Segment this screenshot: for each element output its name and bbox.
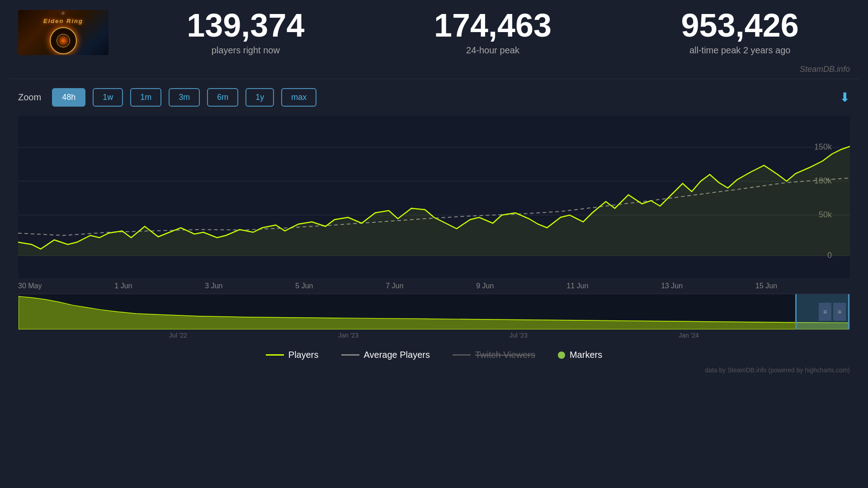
x-label-4: 7 Jun [386, 282, 403, 290]
legend-players-label: Players [288, 350, 319, 360]
zoom-btn-48h[interactable]: 48h [52, 88, 85, 107]
zoom-label: Zoom [18, 92, 41, 103]
main-chart-area: 150k 100k 50k 0 [18, 116, 850, 278]
legend-markers-dot [558, 352, 565, 359]
mini-x-label-3: Jul '23 [509, 332, 528, 339]
mini-nav-left[interactable]: ≡ [819, 303, 831, 321]
x-label-1: 1 Jun [114, 282, 132, 290]
x-axis-labels: 30 May 1 Jun 3 Jun 5 Jun 7 Jun 9 Jun 11 … [0, 278, 868, 294]
mini-chart-area: ≡ ≡ [18, 294, 850, 330]
x-label-7: 13 Jun [661, 282, 683, 290]
stat-current-players: 139,374 players right now [136, 9, 356, 56]
x-label-3: 5 Jun [295, 282, 313, 290]
legend-average-label: Average Players [364, 350, 430, 360]
zoom-btn-6m[interactable]: 6m [207, 88, 238, 107]
legend-twitch-line [453, 354, 471, 356]
svg-rect-14 [848, 294, 849, 329]
game-cover-image: ⊕ Elden Ring [18, 10, 108, 55]
legend-markers-label: Markers [570, 350, 602, 360]
data-credit: data by SteamDB.info (powered by highcha… [0, 365, 868, 375]
alltime-peak-number: 953,426 [630, 9, 850, 42]
x-label-6: 11 Jun [566, 282, 588, 290]
legend-average-players: Average Players [341, 350, 430, 360]
stat-24h-peak: 174,463 24-hour peak [383, 9, 603, 56]
x-label-8: 15 Jun [755, 282, 777, 290]
mini-nav-right[interactable]: ≡ [833, 303, 846, 321]
x-label-2: 3 Jun [205, 282, 222, 290]
legend-average-line [341, 354, 359, 356]
chart-controls: Zoom 48h 1w 1m 3m 6m 1y max ⬇ [0, 79, 868, 116]
zoom-btn-1m[interactable]: 1m [130, 88, 161, 107]
mini-x-label-1: Jul '22 [169, 332, 187, 339]
game-cover: ⊕ Elden Ring [18, 10, 108, 55]
mini-x-label-4: Jan '24 [679, 332, 699, 339]
zoom-btn-1w[interactable]: 1w [93, 88, 123, 107]
x-label-5: 9 Jun [476, 282, 494, 290]
zoom-btn-3m[interactable]: 3m [169, 88, 200, 107]
current-players-number: 139,374 [136, 9, 356, 42]
24h-peak-label: 24-hour peak [383, 45, 603, 56]
mini-x-label-2: Jan '23 [338, 332, 359, 339]
header: ⊕ Elden Ring 139,374 players right now 1… [0, 0, 868, 65]
x-label-0: 30 May [18, 282, 42, 290]
mini-nav-buttons: ≡ ≡ [819, 303, 846, 321]
alltime-peak-label: all-time peak 2 years ago [630, 45, 850, 56]
legend-markers: Markers [558, 350, 602, 360]
download-button[interactable]: ⬇ [840, 90, 850, 105]
zoom-btn-max[interactable]: max [281, 88, 316, 107]
stat-alltime-peak: 953,426 all-time peak 2 years ago [630, 9, 850, 56]
legend-players-line [266, 354, 284, 356]
24h-peak-number: 174,463 [383, 9, 603, 42]
chart-legend: Players Average Players Twitch Viewers M… [0, 341, 868, 365]
main-chart-svg: 150k 100k 50k 0 [18, 116, 850, 278]
game-title: Elden Ring [43, 17, 83, 25]
steamdb-header-credit: SteamDB.info [0, 65, 868, 74]
svg-text:150k: 150k [814, 142, 832, 151]
legend-twitch: Twitch Viewers [453, 350, 535, 360]
mini-x-axis-labels: Jul '22 Jan '23 Jul '23 Jan '24 [0, 330, 868, 341]
zoom-btn-1y[interactable]: 1y [245, 88, 274, 107]
current-players-label: players right now [136, 45, 356, 56]
mini-chart-svg [19, 294, 849, 329]
svg-rect-13 [795, 294, 797, 329]
legend-twitch-label: Twitch Viewers [475, 350, 535, 360]
legend-players: Players [266, 350, 319, 360]
